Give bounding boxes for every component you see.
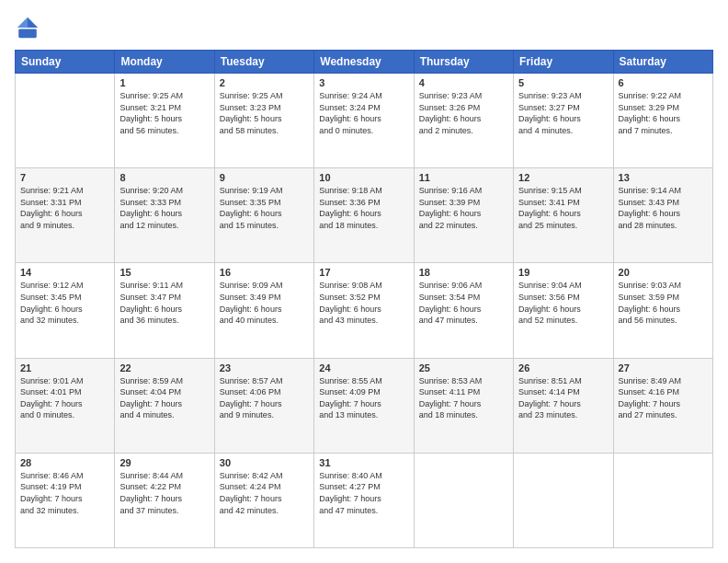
day-number: 26: [518, 362, 608, 373]
day-info: Sunrise: 9:22 AM Sunset: 3:29 PM Dayligh…: [619, 90, 708, 136]
calendar-cell: [414, 453, 513, 547]
day-info: Sunrise: 9:12 AM Sunset: 3:45 PM Dayligh…: [20, 280, 109, 326]
day-number: 2: [220, 77, 309, 88]
day-number: 24: [319, 362, 408, 373]
calendar-week-row: 21Sunrise: 9:01 AM Sunset: 4:01 PM Dayli…: [16, 358, 713, 453]
calendar-cell: 29Sunrise: 8:44 AM Sunset: 4:22 PM Dayli…: [115, 453, 214, 547]
day-number: 1: [119, 77, 209, 88]
day-number: 20: [619, 267, 708, 278]
weekday-header: Monday: [115, 51, 214, 74]
weekday-header: Saturday: [613, 51, 712, 74]
day-info: Sunrise: 9:25 AM Sunset: 3:23 PM Dayligh…: [220, 90, 309, 136]
day-number: 3: [319, 77, 408, 88]
calendar-cell: 30Sunrise: 8:42 AM Sunset: 4:24 PM Dayli…: [214, 453, 313, 547]
svg-rect-2: [18, 29, 37, 38]
day-info: Sunrise: 9:23 AM Sunset: 3:27 PM Dayligh…: [518, 90, 608, 136]
day-number: 8: [119, 172, 209, 183]
day-number: 5: [518, 77, 608, 88]
calendar-cell: 9Sunrise: 9:19 AM Sunset: 3:35 PM Daylig…: [214, 168, 313, 263]
day-number: 12: [518, 172, 608, 183]
calendar-cell: 2Sunrise: 9:25 AM Sunset: 3:23 PM Daylig…: [214, 74, 313, 168]
weekday-header: Sunday: [16, 51, 115, 74]
day-number: 29: [119, 457, 209, 468]
day-number: 17: [319, 267, 408, 278]
day-info: Sunrise: 9:20 AM Sunset: 3:33 PM Dayligh…: [119, 185, 209, 231]
calendar-cell: 14Sunrise: 9:12 AM Sunset: 3:45 PM Dayli…: [16, 263, 115, 358]
day-info: Sunrise: 8:40 AM Sunset: 4:27 PM Dayligh…: [319, 470, 408, 516]
calendar-cell: 21Sunrise: 9:01 AM Sunset: 4:01 PM Dayli…: [16, 358, 115, 453]
day-info: Sunrise: 9:23 AM Sunset: 3:26 PM Dayligh…: [419, 90, 508, 136]
weekday-header: Thursday: [414, 51, 513, 74]
calendar-cell: 15Sunrise: 9:11 AM Sunset: 3:47 PM Dayli…: [115, 263, 214, 358]
day-info: Sunrise: 8:51 AM Sunset: 4:14 PM Dayligh…: [518, 375, 608, 421]
calendar-week-row: 7Sunrise: 9:21 AM Sunset: 3:31 PM Daylig…: [16, 168, 713, 263]
calendar-cell: 17Sunrise: 9:08 AM Sunset: 3:52 PM Dayli…: [314, 263, 414, 358]
day-info: Sunrise: 9:21 AM Sunset: 3:31 PM Dayligh…: [20, 185, 109, 231]
calendar-week-row: 1Sunrise: 9:25 AM Sunset: 3:21 PM Daylig…: [16, 74, 713, 168]
calendar-week-row: 14Sunrise: 9:12 AM Sunset: 3:45 PM Dayli…: [16, 263, 713, 358]
logo-icon: [15, 15, 40, 40]
day-number: 21: [20, 362, 109, 373]
day-info: Sunrise: 8:57 AM Sunset: 4:06 PM Dayligh…: [220, 375, 309, 421]
day-info: Sunrise: 9:25 AM Sunset: 3:21 PM Dayligh…: [119, 90, 209, 136]
calendar-cell: 19Sunrise: 9:04 AM Sunset: 3:56 PM Dayli…: [514, 263, 613, 358]
day-info: Sunrise: 8:49 AM Sunset: 4:16 PM Dayligh…: [619, 375, 708, 421]
day-info: Sunrise: 9:14 AM Sunset: 3:43 PM Dayligh…: [619, 185, 708, 231]
day-number: 25: [419, 362, 508, 373]
day-info: Sunrise: 8:59 AM Sunset: 4:04 PM Dayligh…: [119, 375, 209, 421]
calendar: SundayMondayTuesdayWednesdayThursdayFrid…: [15, 50, 713, 548]
calendar-cell: 25Sunrise: 8:53 AM Sunset: 4:11 PM Dayli…: [414, 358, 513, 453]
day-info: Sunrise: 9:01 AM Sunset: 4:01 PM Dayligh…: [20, 375, 109, 421]
day-info: Sunrise: 8:42 AM Sunset: 4:24 PM Dayligh…: [220, 470, 309, 516]
day-info: Sunrise: 9:11 AM Sunset: 3:47 PM Dayligh…: [119, 280, 209, 326]
calendar-cell: [514, 453, 613, 547]
day-info: Sunrise: 9:18 AM Sunset: 3:36 PM Dayligh…: [319, 185, 408, 231]
calendar-cell: 23Sunrise: 8:57 AM Sunset: 4:06 PM Dayli…: [214, 358, 313, 453]
weekday-header-row: SundayMondayTuesdayWednesdayThursdayFrid…: [16, 51, 713, 74]
day-number: 15: [119, 267, 209, 278]
day-number: 30: [220, 457, 309, 468]
calendar-cell: [613, 453, 712, 547]
calendar-cell: 11Sunrise: 9:16 AM Sunset: 3:39 PM Dayli…: [414, 168, 513, 263]
weekday-header: Wednesday: [314, 51, 414, 74]
day-info: Sunrise: 9:16 AM Sunset: 3:39 PM Dayligh…: [419, 185, 508, 231]
day-info: Sunrise: 9:15 AM Sunset: 3:41 PM Dayligh…: [518, 185, 608, 231]
calendar-cell: 5Sunrise: 9:23 AM Sunset: 3:27 PM Daylig…: [514, 74, 613, 168]
calendar-cell: 7Sunrise: 9:21 AM Sunset: 3:31 PM Daylig…: [16, 168, 115, 263]
day-number: 22: [119, 362, 209, 373]
page: SundayMondayTuesdayWednesdayThursdayFrid…: [0, 0, 728, 563]
day-info: Sunrise: 8:46 AM Sunset: 4:19 PM Dayligh…: [20, 470, 109, 516]
calendar-cell: 4Sunrise: 9:23 AM Sunset: 3:26 PM Daylig…: [414, 74, 513, 168]
day-number: 11: [419, 172, 508, 183]
day-number: 16: [220, 267, 309, 278]
day-number: 13: [619, 172, 708, 183]
day-info: Sunrise: 9:03 AM Sunset: 3:59 PM Dayligh…: [619, 280, 708, 326]
calendar-cell: [16, 74, 115, 168]
calendar-cell: 3Sunrise: 9:24 AM Sunset: 3:24 PM Daylig…: [314, 74, 414, 168]
calendar-cell: 10Sunrise: 9:18 AM Sunset: 3:36 PM Dayli…: [314, 168, 414, 263]
day-number: 10: [319, 172, 408, 183]
day-info: Sunrise: 9:04 AM Sunset: 3:56 PM Dayligh…: [518, 280, 608, 326]
calendar-cell: 8Sunrise: 9:20 AM Sunset: 3:33 PM Daylig…: [115, 168, 214, 263]
day-number: 27: [619, 362, 708, 373]
day-info: Sunrise: 9:08 AM Sunset: 3:52 PM Dayligh…: [319, 280, 408, 326]
calendar-cell: 12Sunrise: 9:15 AM Sunset: 3:41 PM Dayli…: [514, 168, 613, 263]
day-number: 31: [319, 457, 408, 468]
calendar-cell: 16Sunrise: 9:09 AM Sunset: 3:49 PM Dayli…: [214, 263, 313, 358]
weekday-header: Tuesday: [214, 51, 313, 74]
day-number: 23: [220, 362, 309, 373]
header: [15, 15, 713, 40]
svg-marker-0: [28, 17, 38, 28]
day-number: 14: [20, 267, 109, 278]
day-info: Sunrise: 8:53 AM Sunset: 4:11 PM Dayligh…: [419, 375, 508, 421]
day-info: Sunrise: 9:06 AM Sunset: 3:54 PM Dayligh…: [419, 280, 508, 326]
calendar-week-row: 28Sunrise: 8:46 AM Sunset: 4:19 PM Dayli…: [16, 453, 713, 547]
day-number: 28: [20, 457, 109, 468]
day-info: Sunrise: 9:09 AM Sunset: 3:49 PM Dayligh…: [220, 280, 309, 326]
day-number: 18: [419, 267, 508, 278]
day-number: 6: [619, 77, 708, 88]
calendar-cell: 22Sunrise: 8:59 AM Sunset: 4:04 PM Dayli…: [115, 358, 214, 453]
calendar-cell: 26Sunrise: 8:51 AM Sunset: 4:14 PM Dayli…: [514, 358, 613, 453]
day-info: Sunrise: 8:44 AM Sunset: 4:22 PM Dayligh…: [119, 470, 209, 516]
logo: [15, 15, 44, 40]
